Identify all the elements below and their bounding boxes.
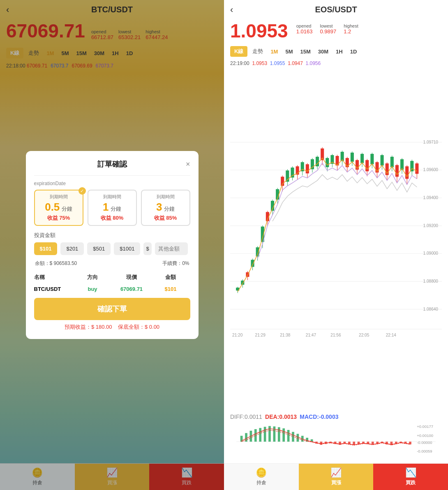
exp-label-0: 到期時間	[37, 194, 80, 200]
right-nav-buy-down[interactable]: 📉 買跌	[373, 464, 448, 490]
right-tab-trend[interactable]: 走勢	[250, 46, 266, 57]
confirm-order-button[interactable]: 確認下單	[34, 298, 190, 320]
ticker-v2-right: 1.0955	[270, 60, 285, 66]
svg-text:+0.00100: +0.00100	[417, 433, 433, 438]
exp-value-1: 1	[103, 201, 109, 213]
svg-rect-77	[326, 158, 329, 167]
svg-rect-144	[282, 428, 285, 441]
svg-text:-0.00000: -0.00000	[417, 440, 432, 445]
svg-rect-116	[390, 157, 394, 167]
expiration-options: ✓ 到期時間 0.5 分鐘 收益 75% 到期時間 1 分鐘 收益 80%	[34, 190, 190, 226]
svg-rect-92	[351, 153, 354, 162]
candlestick-svg: 1.09710 1.09600 1.09400 1.09200 1.09000 …	[230, 68, 442, 411]
right-tab-15m[interactable]: 15M	[298, 47, 313, 56]
svg-text:1.09600: 1.09600	[423, 167, 439, 172]
macd-chart-area: +0.00177 +0.00100 -0.00000 -0.00059	[224, 422, 448, 463]
macd-labels: DIFF:0.0011 DEA:0.0013 MACD:-0.0003	[224, 411, 448, 422]
exp-value-0: 0.5	[45, 201, 60, 213]
right-opened-label: opened	[296, 23, 313, 28]
svg-rect-141	[268, 426, 271, 442]
right-tab-1m[interactable]: 1M	[268, 47, 280, 56]
right-tab-k[interactable]: K線	[230, 46, 247, 57]
td-amount: $101	[151, 286, 190, 292]
right-title: EOS/USDT	[315, 5, 357, 14]
table-header: 名稱 方向 現價 金額	[34, 272, 190, 283]
table-data-row: BTC/USDT buy 67069.71 $101	[34, 284, 190, 294]
svg-rect-140	[264, 427, 266, 441]
svg-rect-110	[381, 155, 384, 165]
balance-label: 余額：$ 906583.50	[35, 260, 77, 267]
right-nav-hold[interactable]: 🪙 持倉	[224, 464, 299, 490]
expected-profit: 預期收益：$ 180.00	[65, 324, 112, 330]
diff-label: DIFF:0.0011	[230, 413, 262, 420]
th-name: 名稱	[34, 274, 73, 281]
modal-footer: 預期收益：$ 180.00 保底全額：$ 0.00	[34, 323, 190, 331]
right-highest-label: highest	[344, 23, 358, 28]
svg-rect-145	[287, 430, 290, 442]
ticker-v1-right: 1.0953	[252, 60, 267, 66]
invest-label: 投資金額	[34, 232, 190, 239]
td-price: 67069.71	[112, 286, 151, 292]
svg-rect-143	[278, 427, 280, 441]
checkmark-icon: ✓	[79, 187, 86, 195]
svg-text:21:20: 21:20	[232, 333, 243, 337]
right-back-button[interactable]: ‹	[230, 5, 233, 15]
exp-option-1[interactable]: 到期時間 1 分鐘 收益 80%	[88, 190, 137, 226]
invest-custom-input[interactable]	[155, 242, 188, 255]
invest-btn-1001[interactable]: $1001	[114, 242, 140, 255]
svg-text:1.09400: 1.09400	[423, 195, 439, 200]
td-name: BTC/USDT	[34, 286, 73, 292]
svg-text:21:29: 21:29	[255, 333, 266, 337]
svg-text:1.09200: 1.09200	[423, 223, 439, 228]
invest-btn-101[interactable]: $101	[34, 242, 58, 255]
svg-rect-89	[346, 158, 349, 167]
right-tabs-row: K線 走勢 1M 5M 15M 30M 1H 1D	[224, 44, 448, 59]
hold-icon-right: 🪙	[256, 467, 267, 478]
modal-close-button[interactable]: ×	[186, 160, 190, 169]
dea-label: DEA:0.0013	[265, 413, 297, 420]
svg-text:1.08800: 1.08800	[423, 279, 439, 283]
right-tab-1h[interactable]: 1H	[333, 47, 345, 56]
invest-btn-201[interactable]: $201	[60, 242, 84, 255]
candlestick-chart-area: 1.09710 1.09600 1.09400 1.09200 1.09000 …	[224, 68, 448, 411]
left-panel: ‹ BTC/USDT 67069.71 opened 66712.87 lowe…	[0, 0, 224, 490]
exp-option-2[interactable]: 到期時間 3 分鐘 收益 85%	[141, 190, 190, 226]
svg-rect-139	[259, 428, 261, 441]
ticker-v3-right: 1.0947	[288, 60, 303, 66]
right-tab-5m[interactable]: 5M	[283, 47, 295, 56]
right-opened-value: 1.0163	[296, 28, 313, 35]
info-row: 余額：$ 906583.50 手續費：0%	[34, 260, 190, 267]
right-price-section: 1.0953 opened 1.0163 lowest 0.9897 highe…	[224, 19, 448, 44]
order-modal: 訂單確認 × expirationDate ✓ 到期時間 0.5 分鐘 收益 7…	[26, 151, 199, 339]
exp-option-0[interactable]: ✓ 到期時間 0.5 分鐘 收益 75%	[34, 190, 83, 226]
hold-label-right: 持倉	[256, 479, 266, 486]
modal-title: 訂單確認	[97, 159, 127, 169]
exp-unit-0: 分鐘	[62, 206, 72, 212]
exp-unit-1: 分鐘	[111, 206, 121, 212]
modal-divider	[34, 175, 190, 176]
svg-rect-104	[370, 154, 374, 164]
svg-rect-138	[254, 429, 257, 441]
right-highest-value: 1.2	[344, 28, 358, 35]
right-tab-1d[interactable]: 1D	[348, 47, 360, 56]
right-nav-buy-up[interactable]: 📈 買漲	[299, 464, 374, 490]
svg-text:22:14: 22:14	[386, 333, 397, 337]
invest-custom-symbol: $	[143, 242, 151, 255]
modal-overlay: 訂單確認 × expirationDate ✓ 到期時間 0.5 分鐘 收益 7…	[0, 0, 224, 490]
right-tab-30m[interactable]: 30M	[316, 47, 331, 56]
svg-text:1.09710: 1.09710	[423, 140, 439, 144]
buy-down-label-right: 買跌	[406, 479, 416, 486]
exp-profit-0: 收益 75%	[37, 214, 80, 222]
invest-btn-501[interactable]: $501	[87, 242, 111, 255]
svg-text:21:38: 21:38	[280, 333, 291, 337]
right-current-price: 1.0953	[230, 21, 288, 40]
exp-value-2: 3	[156, 201, 162, 213]
svg-text:-0.00059: -0.00059	[417, 449, 432, 453]
svg-text:21:56: 21:56	[330, 333, 341, 337]
svg-text:21:47: 21:47	[306, 333, 316, 337]
svg-text:+0.00177: +0.00177	[417, 424, 433, 429]
invest-options: $101 $201 $501 $1001 $	[34, 242, 190, 255]
modal-header: 訂單確認 ×	[34, 159, 190, 169]
exp-label-2: 到期時間	[144, 194, 187, 200]
right-header: ‹ EOS/USDT	[224, 0, 448, 19]
